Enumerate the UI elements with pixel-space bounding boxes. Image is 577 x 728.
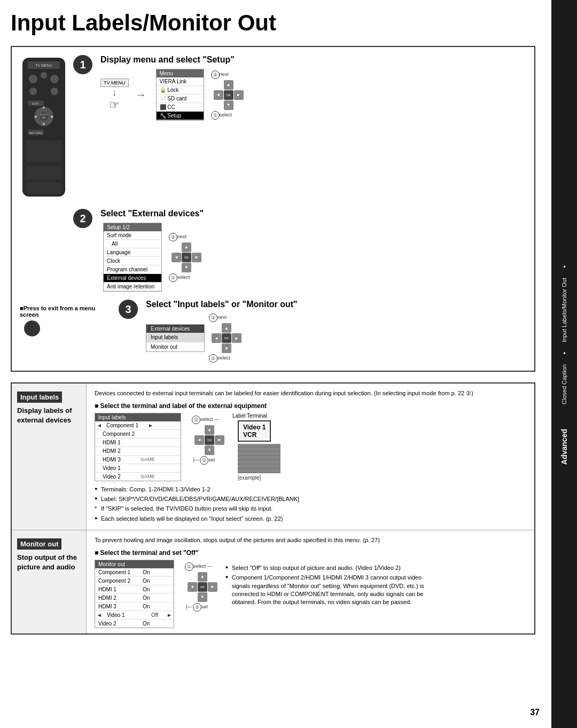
step1-menu-item-lock: 🔒 Lock bbox=[157, 86, 204, 95]
il-cell-hdmi2: HDMI 2 bbox=[95, 447, 138, 455]
mo-dpad-left[interactable]: ◄ bbox=[188, 582, 197, 592]
il-nav-select-label: ①select — bbox=[192, 416, 219, 424]
il-row-video1: Video 1 bbox=[95, 464, 181, 473]
mo-dpad-right[interactable]: ► bbox=[208, 582, 217, 592]
main-content: Input Labels/Monitor Out TV MENU bbox=[0, 0, 551, 645]
il-star-skip: If "SKIP" is selected, the TV/VIDEO butt… bbox=[95, 505, 526, 513]
step2-item-language: Language bbox=[104, 248, 161, 257]
il-cell-video1: Video 1 bbox=[95, 464, 138, 472]
step3-menu-header: External devices bbox=[146, 325, 204, 333]
step-1-title: Display menu and select "Setup" bbox=[100, 55, 526, 65]
step3-item-inputlabels: Input labels bbox=[146, 333, 204, 342]
svg-text:TV MENU: TV MENU bbox=[35, 64, 52, 67]
step2-item-surfmode: Surf mode bbox=[104, 231, 161, 240]
step1-menu-item-cc: ⬛ CC bbox=[157, 103, 204, 112]
il-dpad-ok[interactable]: OK bbox=[205, 435, 214, 445]
monitor-out-section-heading: Select the terminal and set "Off" bbox=[95, 549, 526, 557]
step-1-content: Display menu and select "Setup" TV MENU … bbox=[100, 55, 526, 121]
mo-cell-video1: Video 1 bbox=[104, 611, 149, 619]
video-label-box: Video 1VCR bbox=[238, 420, 271, 442]
step1-nav-label-next: ②next bbox=[211, 71, 229, 79]
svg-text:EXIT: EXIT bbox=[32, 102, 40, 105]
step3-dpad-right[interactable]: ► bbox=[232, 333, 241, 343]
exit-button[interactable] bbox=[24, 320, 40, 336]
il-tag-video2: GAME bbox=[138, 473, 181, 480]
il-arrow-left-comp1: ◄ bbox=[95, 422, 104, 428]
step-3-content: Select "Input labels" or "Monitor out" E… bbox=[146, 300, 526, 363]
mo-dpad-ok[interactable]: OK bbox=[198, 582, 207, 592]
input-labels-table-header: Input labels bbox=[95, 413, 181, 421]
step2-item-clock: Clock bbox=[104, 257, 161, 265]
monitor-out-sub-label: Stop output of the picture and audio bbox=[17, 553, 81, 572]
step2-dpad-left[interactable]: ◄ bbox=[171, 253, 181, 262]
step1-menu-header: Menu bbox=[157, 69, 204, 77]
mo-cell-video2: Video 2 bbox=[95, 620, 141, 628]
step2-dpad-up[interactable]: ▲ bbox=[182, 242, 191, 252]
mo-cell-hdmi3: HDMI 3 bbox=[95, 602, 141, 610]
il-dpad-down[interactable]: ▼ bbox=[205, 445, 214, 455]
mo-row-video1: ◄ Video 1 Off ► bbox=[95, 611, 174, 620]
dpad-ok[interactable]: OK bbox=[224, 90, 233, 100]
label-terminal-header: Label Terminal bbox=[232, 413, 267, 419]
step3-dpad: ▲ ◄ OK ► ▼ bbox=[212, 323, 241, 353]
il-bullet-label: Label: SKIP*/VCR/DVD/CABLE/DBS/PVR/GAME/… bbox=[95, 495, 526, 503]
mo-cell-comp2: Component 2 bbox=[95, 577, 141, 585]
step-3-number: 3 bbox=[119, 300, 138, 319]
sidebar-input-labels: Input Labels/Monitor Out bbox=[559, 273, 570, 346]
mo-row-hdmi3: HDMI 3 On bbox=[95, 602, 174, 611]
bottom-section: Input labels Display labels of external … bbox=[11, 382, 535, 635]
monitor-out-info: To prevent howling and image oscillation… bbox=[95, 536, 526, 545]
step2-item-anti: Anti image retention bbox=[104, 283, 161, 291]
sidebar-closed-caption: Closed Caption bbox=[559, 360, 570, 409]
step2-item-external: External devices bbox=[104, 274, 161, 283]
step3-dpad-ok[interactable]: OK bbox=[222, 333, 231, 343]
il-cell-comp2: Component 2 bbox=[95, 430, 138, 438]
step2-dpad: ▲ ◄ OK ► ▼ bbox=[171, 242, 201, 272]
step2-dpad-ok[interactable]: OK bbox=[182, 253, 191, 262]
mo-bullet-2: Component 1/Component 2/HDMI 1/HDMI 2/HD… bbox=[225, 574, 428, 607]
step2-nav-label-select: ①select bbox=[169, 273, 190, 282]
step2-item-all: All bbox=[104, 240, 161, 248]
input-labels-sub-label: Display labels of external devices bbox=[17, 406, 81, 425]
il-cell-video2: Video 2 bbox=[95, 473, 138, 481]
svg-text:►: ► bbox=[50, 114, 54, 119]
svg-rect-21 bbox=[26, 166, 61, 179]
mo-row-comp1: Component 1 On bbox=[95, 568, 174, 577]
il-dpad-up[interactable]: ▲ bbox=[205, 425, 214, 435]
monitor-out-content: To prevent howling and image oscillation… bbox=[87, 530, 534, 633]
step-2-content: Select "External devices" Setup 1/2 Surf… bbox=[100, 209, 204, 292]
il-bullet-selected: Each selected labels will be displayed o… bbox=[95, 515, 526, 523]
mo-bullet-1: Select "Off" to stop output of picture a… bbox=[225, 564, 428, 572]
monitor-out-left: Monitor out Stop output of the picture a… bbox=[12, 530, 87, 633]
mo-val-hdmi1: On bbox=[141, 585, 157, 593]
il-arrow-right-comp1: ► bbox=[146, 422, 155, 428]
dpad-right[interactable]: ► bbox=[234, 90, 244, 100]
video-example: Video 1VCR [example] bbox=[238, 420, 280, 481]
mo-dpad-down[interactable]: ▼ bbox=[198, 592, 207, 602]
il-nav-set-label: ├─ ②set bbox=[192, 456, 215, 465]
svg-text:RETURN: RETURN bbox=[29, 131, 43, 135]
input-labels-table: Input labels ◄ Component 1 ► Component 2 bbox=[95, 413, 181, 481]
step-2-row: 2 Select "External devices" Setup 1/2 Su… bbox=[20, 209, 526, 292]
step3-dpad-left[interactable]: ◄ bbox=[212, 333, 221, 343]
dpad-down[interactable]: ▼ bbox=[224, 100, 233, 110]
svg-point-4 bbox=[41, 72, 47, 79]
step2-menu-mockup: Setup 1/2 Surf mode All Language Clock P… bbox=[103, 223, 162, 292]
mo-val-comp1: On bbox=[141, 568, 157, 576]
step-1-row: TV MENU EXIT ▲ bbox=[20, 55, 526, 201]
step3-dpad-down[interactable]: ▼ bbox=[222, 343, 231, 353]
step2-dpad-down[interactable]: ▼ bbox=[182, 263, 191, 272]
page-number: 37 bbox=[530, 708, 540, 717]
il-dpad-right[interactable]: ► bbox=[215, 435, 224, 445]
step2-dpad-right[interactable]: ► bbox=[192, 253, 201, 262]
input-labels-bullets: Terminals: Comp. 1-2/HDMI 1-3/Video 1-2 … bbox=[95, 486, 526, 523]
step1-dpad: ▲ ◄ OK ► ▼ bbox=[214, 80, 244, 110]
step3-dpad-up[interactable]: ▲ bbox=[222, 323, 231, 333]
il-row-hdmi2: HDMI 2 bbox=[95, 447, 181, 456]
step2-item-program: Program channel bbox=[104, 265, 161, 274]
dpad-left[interactable]: ◄ bbox=[214, 90, 223, 100]
mo-dpad-up[interactable]: ▲ bbox=[198, 572, 207, 582]
il-dpad-left[interactable]: ◄ bbox=[194, 435, 204, 445]
dpad-up[interactable]: ▲ bbox=[224, 80, 233, 90]
input-labels-section-heading: Select the terminal and label of the ext… bbox=[95, 402, 526, 410]
